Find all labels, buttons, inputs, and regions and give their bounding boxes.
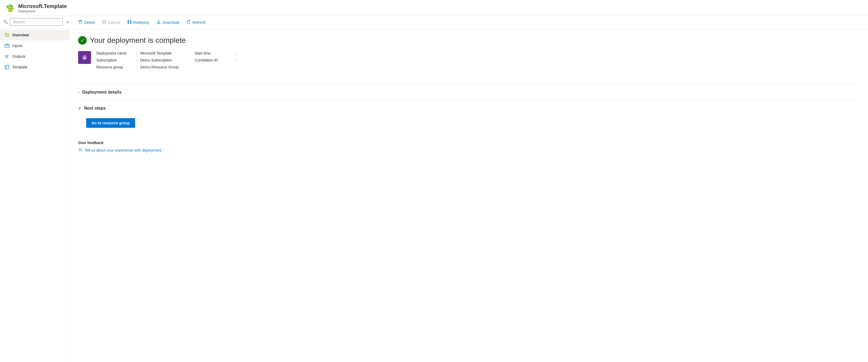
divider-1 (78, 84, 860, 85)
redeploy-button[interactable]: Redeploy (124, 18, 152, 27)
sidebar-item-template[interactable]: Template (0, 62, 69, 72)
redeploy-icon (127, 20, 132, 25)
correlation-id-label: Correlation ID (195, 58, 232, 62)
refresh-icon (186, 20, 191, 25)
outputs-icon (4, 54, 10, 59)
app-container: Microsoft.Template Deployment 🔍 « (0, 0, 868, 362)
svg-rect-30 (128, 22, 129, 24)
search-input[interactable] (10, 18, 63, 26)
svg-rect-17 (5, 45, 8, 45)
delete-label: Delete (84, 20, 95, 25)
template-label: Template (12, 65, 28, 69)
cancel-button[interactable]: Cancel (99, 18, 123, 27)
divider-2 (78, 100, 860, 100)
deployment-info-section: Deployment name : Microsoft.Template Sub… (78, 51, 860, 78)
search-icon: 🔍 (3, 20, 8, 24)
feedback-icon (78, 147, 83, 153)
sidebar: 🔍 « Overview (0, 15, 69, 362)
outputs-label: Outputs (12, 54, 25, 59)
app-header: Microsoft.Template Deployment (0, 0, 868, 15)
next-steps-label: Next steps (84, 106, 106, 111)
search-bar: 🔍 « (0, 15, 69, 29)
svg-rect-31 (130, 22, 131, 24)
subscription-label: Subscription (96, 58, 134, 62)
redeploy-label: Redeploy (133, 20, 149, 25)
download-label: Download (162, 20, 179, 25)
header-title: Microsoft.Template Deployment (18, 3, 67, 13)
start-time-label: Start time (195, 51, 232, 55)
deployment-header: ✓ Your deployment is complete (78, 36, 860, 45)
app-logo (5, 3, 15, 13)
download-button[interactable]: Download (153, 18, 182, 27)
deployment-details-section[interactable]: › Deployment details (78, 87, 860, 98)
deployment-name-value: Microsoft.Template (140, 51, 172, 55)
page-content: ✓ Your deployment is complete (69, 30, 868, 362)
svg-rect-24 (80, 20, 81, 21)
next-steps-section[interactable]: ∨ Next steps (78, 102, 860, 114)
download-icon (157, 20, 161, 25)
next-steps-content: Go to resource group (78, 114, 860, 132)
deployment-name-row: Deployment name : Microsoft.Template (96, 51, 179, 55)
toolbar: Delete Cancel (69, 15, 868, 30)
header-title-main: Microsoft.Template (18, 3, 67, 9)
svg-point-12 (5, 33, 7, 35)
deployment-name-label: Deployment name (96, 51, 134, 55)
feedback-title: Give feedback (78, 141, 860, 145)
inputs-icon (4, 43, 10, 48)
resource-group-label: Resource group (96, 65, 134, 69)
overview-icon (4, 32, 10, 38)
subscription-row: Subscription : Demo Subscription (96, 58, 179, 62)
start-time-row: Start time : (195, 51, 239, 55)
correlation-id-row: Correlation ID : (195, 58, 239, 62)
svg-rect-29 (130, 20, 131, 22)
nav-menu: Overview Inputs (0, 29, 69, 73)
delete-button[interactable]: Delete (75, 18, 98, 27)
sidebar-item-outputs[interactable]: Outputs (0, 51, 69, 62)
refresh-label: Refresh (192, 20, 206, 25)
delete-icon (78, 20, 83, 25)
expand-arrow-next-steps: ∨ (78, 106, 81, 111)
main-area: 🔍 « Overview (0, 15, 868, 362)
sidebar-item-inputs[interactable]: Inputs (0, 40, 69, 51)
deployment-title: Your deployment is complete (90, 36, 186, 45)
cancel-icon (102, 20, 106, 25)
cancel-label: Cancel (108, 20, 120, 25)
sidebar-item-overview[interactable]: Overview (0, 30, 69, 40)
info-column-left: Deployment name : Microsoft.Template Sub… (96, 51, 179, 69)
inputs-label: Inputs (12, 43, 23, 48)
svg-rect-16 (5, 44, 9, 47)
go-to-resource-group-button[interactable]: Go to resource group (86, 118, 135, 128)
svg-rect-25 (79, 21, 82, 21)
success-icon: ✓ (78, 36, 87, 45)
deployment-details-label: Deployment details (82, 90, 122, 95)
resource-group-value: Demo Resource Group (140, 65, 179, 69)
content-area: Delete Cancel (69, 15, 868, 362)
feedback-link[interactable]: Tell us about your experience with deplo… (78, 147, 860, 153)
deployment-info: Deployment name : Microsoft.Template Sub… (95, 51, 239, 69)
expand-arrow-details: › (78, 90, 80, 95)
svg-point-14 (5, 35, 7, 37)
overview-label: Overview (12, 33, 29, 37)
info-column-right: Start time : Correlation ID : (195, 51, 239, 69)
feedback-section: Give feedback Tell us about your experie… (78, 141, 860, 153)
svg-rect-28 (128, 20, 129, 22)
feedback-link-text: Tell us about your experience with deplo… (85, 148, 161, 153)
header-subtitle: Deployment (18, 9, 67, 13)
svg-point-15 (7, 35, 9, 37)
template-icon (4, 64, 10, 70)
deployment-icon-box (78, 51, 91, 64)
svg-point-13 (7, 33, 9, 35)
resource-group-row: Resource group : Demo Resource Group (96, 65, 179, 69)
refresh-button[interactable]: Refresh (183, 18, 209, 27)
subscription-value: Demo Subscription (140, 58, 172, 62)
svg-rect-21 (5, 65, 9, 69)
